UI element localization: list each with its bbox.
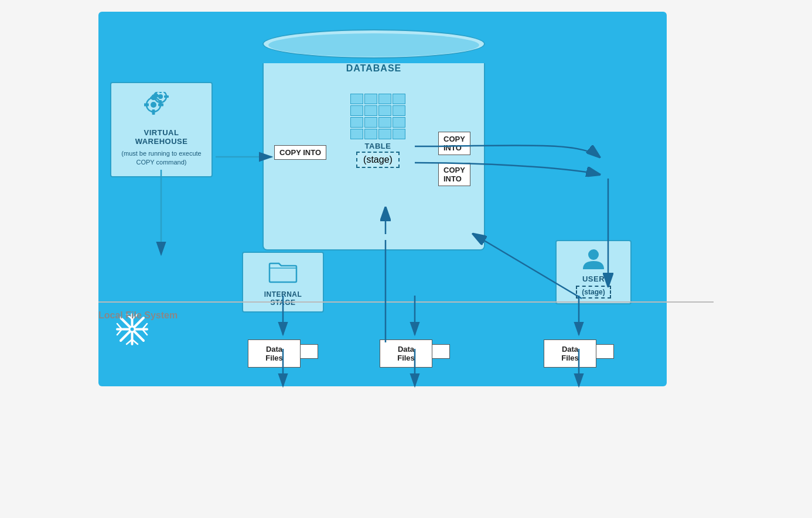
vw-subtitle: (must be running to execute COPY command…: [118, 149, 204, 167]
svg-point-24: [588, 249, 599, 260]
cylinder-top-inner: [268, 33, 479, 57]
virtual-warehouse-box: VIRTUALWAREHOUSE (must be running to exe…: [110, 82, 213, 177]
grid-cell: [378, 117, 391, 128]
grid-cell: [393, 129, 405, 139]
gear-icon: [118, 92, 204, 125]
diagram-container: DATABASE: [98, 12, 714, 410]
data-files-group-2: DataFiles: [380, 339, 432, 368]
grid-cell: [393, 94, 405, 104]
grid-cell: [350, 129, 363, 139]
grid-cell: [350, 105, 363, 116]
grid-cell: [393, 105, 405, 116]
svg-rect-21: [158, 104, 163, 107]
data-files-box-3: DataFiles: [544, 339, 596, 368]
grid-cell: [393, 117, 405, 128]
local-fs-divider: [98, 301, 714, 303]
user-title: USER: [561, 275, 626, 283]
cylinder-top: [262, 29, 485, 59]
svg-point-17: [151, 102, 156, 108]
grid-cell: [364, 94, 377, 104]
grid-cell: [364, 129, 377, 139]
svg-rect-19: [152, 109, 155, 115]
grid-cell: [364, 117, 377, 128]
data-files-box-2: DataFiles: [380, 339, 432, 368]
svg-rect-13: [164, 95, 169, 98]
grid-cell: [350, 94, 363, 104]
database-label: DATABASE: [264, 63, 484, 74]
grid-cell: [364, 105, 377, 116]
grid-cell: [378, 129, 391, 139]
table-grid: [350, 94, 405, 139]
svg-rect-10: [159, 92, 162, 93]
grid-cell: [378, 105, 391, 116]
data-files-group-1: DataFiles: [248, 339, 301, 368]
copy-into-label-3: COPYINTO: [438, 163, 470, 186]
svg-rect-20: [144, 104, 149, 107]
vw-title: VIRTUALWAREHOUSE: [118, 128, 204, 146]
user-icon: [561, 247, 626, 275]
svg-point-9: [158, 94, 163, 99]
page: DATABASE: [0, 0, 812, 518]
grid-cell: [350, 117, 363, 128]
table-box: TABLE (stage): [350, 94, 405, 168]
table-stage-label: (stage): [356, 152, 400, 168]
copy-into-label-1: COPY INTO: [274, 145, 326, 160]
folder-icon: [248, 260, 318, 288]
copy-into-label-2: COPYINTO: [438, 132, 470, 155]
local-fs-label: Local File System: [98, 310, 178, 321]
grid-cell: [378, 94, 391, 104]
data-files-box-1: DataFiles: [248, 339, 301, 368]
local-fs-section: Local File System DataFiles DataFiles Da…: [98, 293, 714, 410]
table-label: TABLE: [350, 142, 405, 150]
data-files-group-3: DataFiles: [544, 339, 596, 368]
